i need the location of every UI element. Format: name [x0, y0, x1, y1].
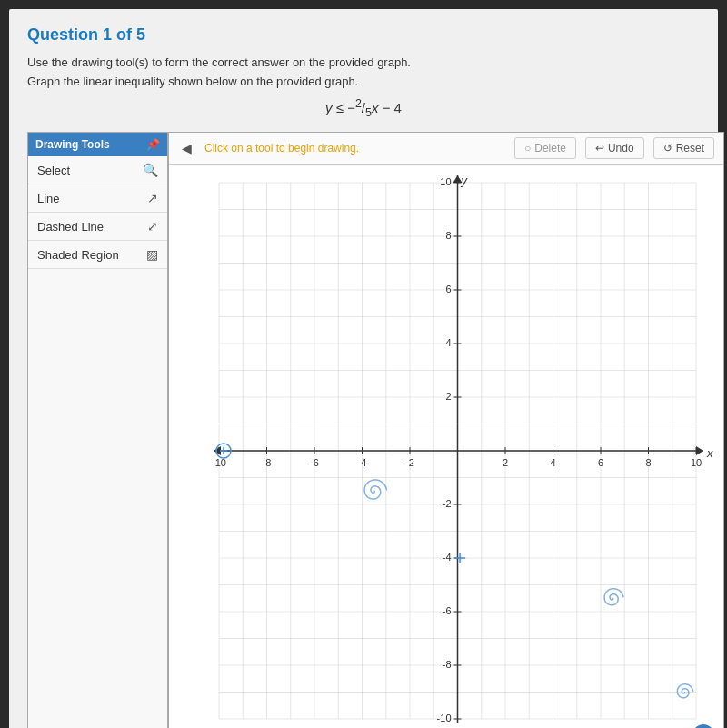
tool-shaded-region-label: Shaded Region — [37, 248, 119, 262]
tool-dashed-line-label: Dashed Line — [37, 220, 104, 234]
delete-button[interactable]: ○ Delete — [514, 137, 576, 159]
collapse-button[interactable]: ◀ — [178, 139, 195, 157]
pin-icon: 📌 — [146, 138, 160, 151]
graph-canvas[interactable] — [169, 165, 723, 728]
question-title: Question 1 of 5 — [27, 25, 700, 45]
drawing-tools-label: Drawing Tools — [35, 138, 110, 151]
drawing-tools-header: Drawing Tools 📌 — [28, 133, 167, 156]
undo-button[interactable]: ↩ Undo — [585, 137, 644, 159]
drawing-tools-panel: Drawing Tools 📌 Select 🔍 Line ↗ Dashed L… — [27, 132, 168, 728]
reset-button[interactable]: ↺ Reset — [653, 137, 714, 159]
undo-icon: ↩ — [595, 142, 604, 155]
tool-dashed-line[interactable]: Dashed Line ⤢ — [28, 213, 167, 241]
tool-select[interactable]: Select 🔍 — [28, 156, 167, 184]
line-icon: ↗ — [147, 191, 158, 205]
graph-area: ◀ Click on a tool to begin drawing. ○ De… — [168, 132, 724, 728]
dashed-line-icon: ⤢ — [147, 219, 158, 234]
equation-display: y ≤ −2/5x − 4 — [27, 97, 700, 119]
select-icon: 🔍 — [143, 163, 158, 177]
delete-icon: ○ — [524, 142, 531, 155]
instruction-2: Graph the linear inequality shown below … — [27, 75, 700, 88]
instruction-1: Use the drawing tool(s) to form the corr… — [27, 55, 700, 69]
graph-canvas-container[interactable]: ? — [169, 165, 723, 728]
reset-icon: ↺ — [663, 142, 672, 155]
graph-toolbar: ◀ Click on a tool to begin drawing. ○ De… — [169, 133, 723, 165]
tool-shaded-region[interactable]: Shaded Region ▨ — [28, 241, 167, 269]
tool-select-label: Select — [37, 164, 70, 177]
click-hint: Click on a tool to begin drawing. — [204, 142, 505, 155]
tool-line[interactable]: Line ↗ — [28, 184, 167, 213]
main-content: Drawing Tools 📌 Select 🔍 Line ↗ Dashed L… — [27, 132, 700, 728]
shaded-region-icon: ▨ — [146, 247, 158, 262]
tool-line-label: Line — [37, 192, 60, 205]
